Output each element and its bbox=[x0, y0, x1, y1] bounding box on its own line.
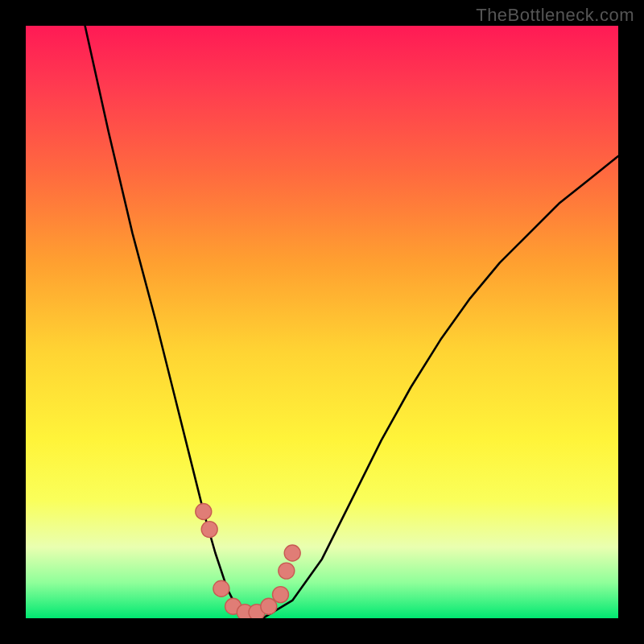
curve-marker bbox=[225, 598, 242, 614]
curve-marker bbox=[279, 563, 295, 579]
curve-layer bbox=[85, 26, 618, 618]
marker-layer bbox=[196, 504, 300, 619]
plot-area bbox=[26, 26, 618, 618]
curve-marker bbox=[249, 605, 265, 618]
curve-marker bbox=[273, 587, 289, 603]
bottleneck-curve bbox=[85, 26, 618, 618]
curve-marker bbox=[196, 504, 212, 520]
curve-marker bbox=[284, 545, 300, 561]
watermark-text: TheBottleneck.com bbox=[476, 5, 634, 26]
chart-frame: TheBottleneck.com bbox=[0, 0, 644, 644]
curve-marker bbox=[201, 522, 217, 538]
curve-marker bbox=[237, 605, 253, 618]
curve-marker bbox=[213, 580, 229, 597]
chart-svg bbox=[26, 26, 618, 618]
curve-marker bbox=[261, 598, 277, 614]
